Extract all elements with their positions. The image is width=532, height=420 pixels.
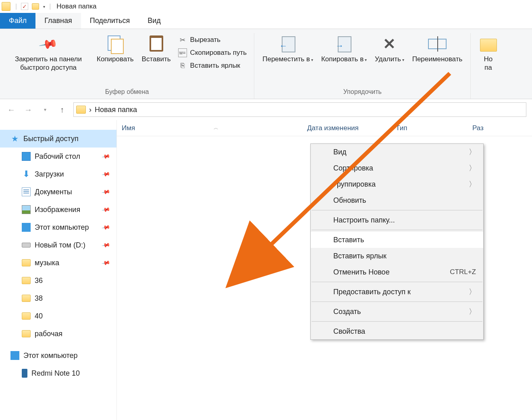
ctx-refresh-label: Обновить (333, 196, 366, 205)
delete-button[interactable]: ✕ Удалить ▾ (372, 33, 407, 65)
copy-to-button[interactable]: Копировать в ▾ (318, 33, 370, 65)
col-type-label: Тип (396, 124, 407, 132)
col-name-label: Имя (122, 124, 135, 132)
ctx-customize[interactable]: Настроить папку... (311, 212, 483, 228)
copy-button[interactable]: Копировать (94, 33, 137, 65)
pin-icon: 📌 (101, 223, 110, 232)
navigation-bar: ← → ▾ ↑ › Новая папка (0, 99, 532, 120)
documents-label: Документы (35, 188, 72, 196)
ctx-undo[interactable]: Отменить Новое CTRL+Z (311, 264, 483, 280)
ctx-paste[interactable]: Вставить (311, 232, 483, 248)
paste-shortcut-label: Вставить ярлык (190, 62, 240, 70)
ctx-paste-shortcut[interactable]: Вставить ярлык (311, 248, 483, 264)
scissors-icon: ✂ (178, 35, 187, 44)
forward-button[interactable]: → (23, 104, 34, 115)
chevron-right-icon: 〉 (469, 163, 476, 173)
move-to-button[interactable]: Переместить в ▾ (259, 33, 316, 65)
address-bar[interactable]: › Новая папка (73, 102, 526, 117)
folder-icon (76, 106, 86, 114)
folder-icon (22, 277, 31, 284)
ctx-properties[interactable]: Свойства (311, 323, 483, 339)
sidebar-item-downloads[interactable]: ⬇ Загрузки 📌 (0, 165, 116, 183)
main-area: ★ Быстрый доступ Рабочий стол 📌 ⬇ Загруз… (0, 120, 532, 420)
column-header-size[interactable]: Раз (468, 124, 532, 132)
ctx-new-label: Создать (333, 308, 361, 316)
sidebar-item-work[interactable]: рабочая (0, 325, 116, 343)
sidebar-item-new-volume[interactable]: Новый том (D:) 📌 (0, 236, 116, 254)
address-crumb[interactable]: Новая папка (95, 106, 137, 114)
paste-icon (147, 35, 166, 53)
tab-view[interactable]: Вид (139, 13, 170, 29)
up-button[interactable]: ↑ (56, 104, 68, 115)
history-dropdown[interactable]: ▾ (39, 104, 51, 115)
pin-label: Закрепить на панели быстрого доступа (8, 55, 89, 72)
phone-icon (22, 369, 27, 378)
cut-button[interactable]: ✂ Вырезать (176, 35, 249, 45)
chevron-right-icon: 〉 (469, 307, 476, 316)
copy-path-button[interactable]: w= Скопировать путь (176, 48, 249, 58)
navigation-tree: ★ Быстрый доступ Рабочий стол 📌 ⬇ Загруз… (0, 120, 117, 420)
separator (312, 230, 482, 230)
f38-label: 38 (35, 294, 43, 303)
new-folder-button[interactable]: Нопа (476, 33, 501, 74)
sort-indicator-icon: ︿ (214, 125, 218, 131)
desktop-icon (22, 152, 31, 161)
shortcut-icon: ⎘ (178, 61, 187, 70)
ctx-share-access[interactable]: Предоставить доступ к 〉 (311, 284, 483, 300)
ctx-view[interactable]: Вид 〉 (311, 144, 483, 160)
paste-button[interactable]: Вставить (139, 33, 174, 65)
rename-icon (428, 39, 447, 49)
paste-shortcut-button[interactable]: ⎘ Вставить ярлык (176, 60, 249, 71)
sidebar-item-quick-access[interactable]: ★ Быстрый доступ (0, 130, 116, 148)
chevron-right-icon: 〉 (469, 147, 476, 157)
ctx-customize-label: Настроить папку... (333, 216, 395, 225)
sidebar-item-redmi[interactable]: Redmi Note 10 (0, 364, 116, 382)
path-icon: w= (178, 48, 187, 57)
sidebar-item-38[interactable]: 38 (0, 289, 116, 307)
ctx-new[interactable]: Создать 〉 (311, 304, 483, 320)
chevron-down-icon[interactable]: ▾ (41, 4, 47, 9)
sidebar-item-pictures[interactable]: Изображения 📌 (0, 201, 116, 218)
tab-file[interactable]: Файл (0, 13, 35, 29)
window-title: Новая папка (56, 2, 96, 10)
sidebar-item-music[interactable]: музыка 📌 (0, 254, 116, 272)
new-folder-icon (479, 35, 497, 53)
sidebar-item-desktop[interactable]: Рабочий стол 📌 (0, 148, 116, 165)
f36-label: 36 (35, 277, 43, 285)
move-to-label: Переместить в (262, 55, 310, 63)
quick-access-icon[interactable]: ✓ (21, 3, 28, 10)
tab-share[interactable]: Поделиться (81, 13, 139, 29)
ctx-group-label: Группировка (333, 180, 376, 189)
sidebar-item-this-pc[interactable]: Этот компьютер (0, 347, 116, 364)
file-list-area[interactable]: Имя ︿ Дата изменения Тип Раз Вид 〉 Сорти… (117, 120, 532, 420)
move-to-icon (278, 35, 297, 53)
pin-quick-access-button[interactable]: 📌 Закрепить на панели быстрого доступа (5, 33, 92, 74)
sidebar-item-documents[interactable]: Документы 📌 (0, 183, 116, 201)
pin-icon: 📌 (101, 241, 110, 250)
sidebar-item-36[interactable]: 36 (0, 272, 116, 289)
chevron-right-icon: 〉 (469, 287, 476, 297)
ribbon-group-new: Нопа (471, 33, 505, 99)
ribbon-group-organize: Переместить в ▾ Копировать в ▾ ✕ Удалить… (254, 33, 471, 99)
new-folder-label-2: па (484, 64, 492, 71)
rename-button[interactable]: Переименовать (409, 33, 466, 65)
column-header-date[interactable]: Дата изменения (302, 124, 391, 132)
downloads-icon: ⬇ (22, 170, 31, 179)
desktop-label: Рабочий стол (35, 152, 80, 161)
ctx-group[interactable]: Группировка 〉 (311, 176, 483, 192)
copy-path-label: Скопировать путь (190, 49, 247, 57)
back-button[interactable]: ← (6, 104, 17, 115)
copy-icon (106, 35, 125, 53)
rename-label: Переименовать (412, 55, 463, 63)
sidebar-item-thispc-pinned[interactable]: Этот компьютер 📌 (0, 218, 116, 236)
column-header-type[interactable]: Тип (391, 124, 468, 132)
ctx-sort[interactable]: Сортировка 〉 (311, 160, 483, 176)
tab-home[interactable]: Главная (35, 13, 81, 29)
music-label: музыка (35, 259, 59, 267)
pin-icon: 📌 (101, 187, 110, 197)
ctx-refresh[interactable]: Обновить (311, 192, 483, 208)
sidebar-item-40[interactable]: 40 (0, 307, 116, 325)
column-header-name[interactable]: Имя ︿ (117, 124, 302, 132)
pc-icon (10, 351, 19, 360)
separator (312, 282, 482, 282)
